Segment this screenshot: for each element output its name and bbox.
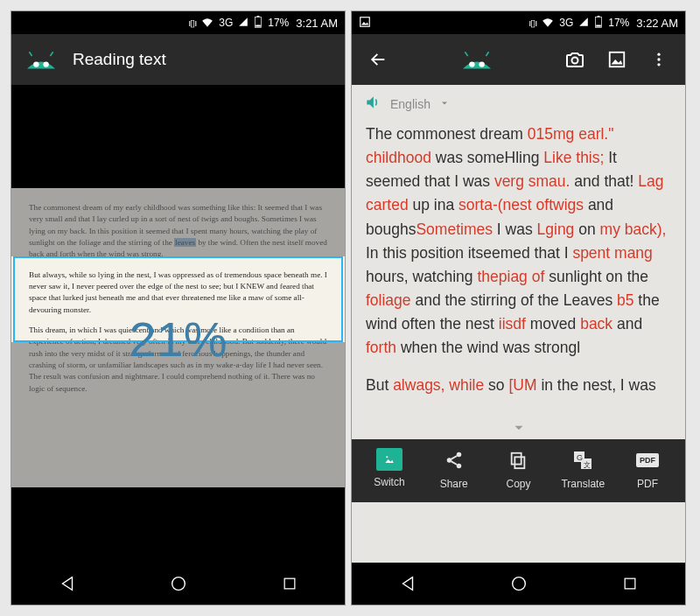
battery-icon [254,16,262,31]
language-selector[interactable]: English [352,85,685,117]
camera-button[interactable] [557,42,592,77]
svg-point-23 [456,452,461,458]
share-button[interactable]: Share [424,448,484,490]
pdf-button[interactable]: PDF PDF [618,448,677,490]
bottom-toolbar: Switch Share Copy G文 Translate PDF PDF [352,439,685,502]
clock: 3:22 AM [636,17,678,30]
wifi-icon [201,17,214,30]
svg-line-6 [50,52,52,56]
app-bar: Reading text [11,34,345,85]
recents-button[interactable] [604,566,656,601]
phone-right: ı▯ı 3G 17% 3:22 AM Engli [351,10,686,606]
battery-pct: 17% [268,17,289,29]
svg-point-21 [657,63,660,66]
pdf-icon: PDF [635,448,660,472]
vibrate-icon: ı▯ı [188,18,196,29]
svg-rect-33 [625,578,635,589]
tool-label: PDF [637,478,658,490]
svg-point-7 [172,578,185,591]
svg-point-14 [479,61,484,66]
camera-preview[interactable]: The commonest dream of my early childhoo… [11,85,345,563]
language-label: English [390,97,430,111]
svg-point-20 [657,58,660,60]
clock: 3:21 AM [296,17,338,30]
app-bar-title: Reading text [73,50,166,69]
svg-point-13 [469,61,474,66]
back-button[interactable] [382,566,434,601]
cell-icon [578,17,589,30]
svg-point-17 [572,58,578,64]
network-label: 3G [219,17,233,29]
overflow-menu-button[interactable] [641,42,676,77]
copy-button[interactable]: Copy [488,448,548,490]
svg-line-5 [29,52,32,56]
ocr-text[interactable]: The commonest dream 015mg earl." childho… [352,117,685,420]
status-bar: ı▯ı 3G 17% 3:22 AM [352,11,685,34]
svg-rect-27 [512,453,522,465]
android-nav-bar [352,563,685,605]
network-label: 3G [559,17,573,29]
wifi-icon [542,17,554,30]
translate-icon: G文 [570,448,595,472]
share-icon [442,448,466,472]
svg-rect-11 [598,16,600,17]
svg-point-24 [446,458,452,464]
ocr-result-area: English The commonest dream 015mg earl."… [352,85,685,563]
phone-left: ı▯ı 3G 17% 3:21 AM Reading text The comm… [10,10,346,606]
battery-pct: 17% [608,17,629,29]
app-logo-icon [459,48,494,71]
app-logo-icon [24,48,59,71]
back-button[interactable] [41,566,94,601]
document-photo: The commonest dream of my early childhoo… [11,188,345,487]
svg-rect-8 [284,578,295,589]
collapse-handle[interactable] [352,420,685,439]
svg-point-22 [386,457,388,458]
svg-line-15 [465,52,467,56]
home-button[interactable] [152,566,205,601]
back-arrow-button[interactable] [360,42,396,77]
svg-text:文: 文 [584,461,591,469]
svg-rect-2 [256,24,261,26]
battery-icon [594,16,603,31]
tool-label: Translate [561,478,605,490]
recents-button[interactable] [263,566,316,601]
cell-icon [238,17,248,30]
translate-button[interactable]: G文 Translate [553,448,612,490]
svg-rect-9 [360,17,370,26]
svg-point-3 [33,61,38,66]
svg-point-19 [657,53,660,56]
svg-line-16 [486,52,488,56]
tool-label: Copy [506,478,530,490]
image-icon [376,448,402,471]
switch-button[interactable]: Switch [360,448,419,490]
android-nav-bar [11,563,345,605]
tool-label: Share [440,478,468,490]
app-bar [352,34,685,85]
image-notification-icon [359,16,371,31]
dropdown-icon [439,97,450,111]
svg-rect-26 [515,458,525,469]
vibrate-icon: ı▯ı [528,18,536,29]
svg-rect-18 [610,52,625,67]
svg-point-32 [512,578,525,591]
svg-rect-1 [257,16,260,17]
copy-icon [506,448,530,472]
status-bar: ı▯ı 3G 17% 3:21 AM [11,11,345,34]
svg-point-4 [43,61,48,66]
tool-label: Switch [374,476,404,488]
svg-point-25 [456,464,461,469]
home-button[interactable] [493,566,545,601]
svg-rect-12 [596,24,601,26]
svg-text:G: G [577,453,583,462]
gallery-button[interactable] [599,42,634,77]
speaker-icon[interactable] [364,94,382,114]
